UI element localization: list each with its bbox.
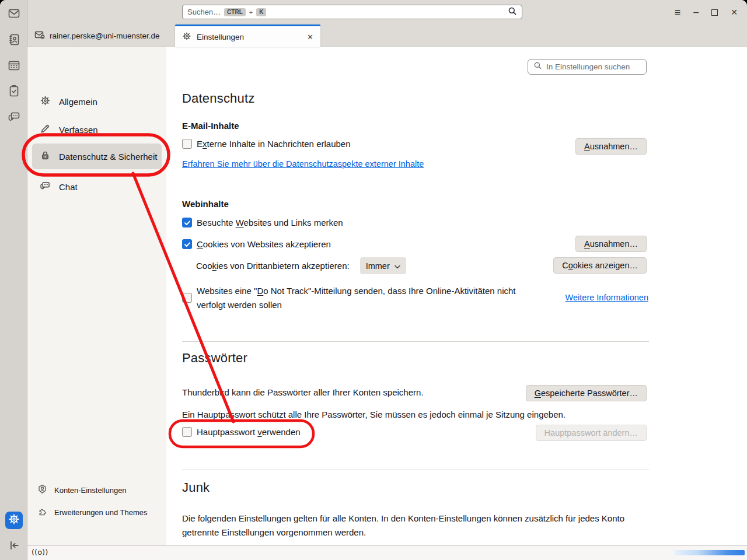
saved-passwords-button[interactable]: Gespeicherte Passwörter… [526, 385, 647, 401]
mail-space-button[interactable] [5, 6, 23, 23]
master-password-info-row: Ein Hauptpasswort schützt alle Ihre Pass… [182, 410, 566, 419]
mail-account-icon [34, 30, 45, 41]
history-checkbox[interactable] [182, 218, 192, 228]
close-tab-icon[interactable]: ✕ [307, 33, 313, 41]
addressbook-space-button[interactable] [5, 32, 23, 50]
window-controls: ≡ – ✕ [675, 0, 738, 24]
section-divider [182, 470, 649, 470]
remote-content-checkbox[interactable] [182, 139, 192, 149]
mail-icon [7, 6, 21, 23]
master-password-checkbox[interactable] [182, 427, 192, 437]
pencil-icon [40, 123, 51, 136]
third-party-cookies-row: Cookies von Drittanbietern akzeptieren: … [196, 257, 406, 274]
chevron-down-icon [395, 261, 400, 271]
calendar-space-button[interactable] [5, 58, 23, 75]
calendar-icon [7, 58, 21, 75]
sidebar-item-konten-einstellungen[interactable]: Konten-Einstellungen [37, 484, 127, 496]
junk-paragraph: Die folgenden Einstellungen gelten für a… [182, 512, 626, 540]
master-password-info-text: Ein Hauptpasswort schützt alle Ihre Pass… [182, 410, 566, 419]
chat-icon [40, 180, 51, 193]
settings-search-placeholder: In Einstellungen suchen [546, 62, 630, 71]
maximize-button[interactable] [711, 9, 718, 16]
remote-content-exceptions-button[interactable]: Ausnahmen… [575, 138, 647, 155]
sidebar-item-datenschutz-sicherheit[interactable]: Datenschutz & Sicherheit [32, 144, 162, 169]
gear-icon [8, 513, 20, 527]
lock-icon [40, 150, 51, 163]
chat-bubbles-icon [7, 110, 21, 126]
chat-space-button[interactable] [5, 109, 23, 127]
change-master-password-button[interactable]: Hauptpasswort ändern… [536, 425, 647, 441]
privacy-title: Datenschutz [182, 91, 255, 106]
sidebar-item-erweiterungen-themes[interactable]: Erweiterungen und Themes [37, 506, 147, 518]
search-icon [533, 61, 542, 72]
collapse-icon [8, 540, 20, 554]
history-row: Besuchte Websites und Links merken [182, 218, 343, 228]
spaces-toolbar [0, 0, 27, 560]
gear-icon [182, 32, 191, 43]
ctrl-key-badge: CTRL [224, 8, 246, 16]
privacy-learn-more-link[interactable]: Erfahren Sie mehr über die Datenschutzas… [182, 159, 424, 169]
settings-search-input[interactable]: In Einstellungen suchen [528, 59, 647, 75]
junk-title: Junk [182, 480, 210, 495]
master-password-label: Hauptpasswort verwenden [197, 427, 301, 437]
passwords-info-text: Thunderbird kann die Passwörter aller Ih… [182, 387, 424, 397]
collapse-spaces-button[interactable] [5, 538, 23, 555]
settings-content: Allgemein Verfassen Datenschutz & Sicher… [27, 47, 747, 545]
history-label: Besuchte Websites und Links merken [197, 218, 343, 228]
status-bar: ((o)) [27, 545, 747, 560]
tab-bar: rainer.perske@uni-muenster.de Einstellun… [27, 24, 747, 47]
sidebar-item-allgemein[interactable]: Allgemein [32, 91, 162, 112]
cookies-exceptions-button[interactable]: Ausnahmen… [575, 236, 647, 252]
settings-space-button[interactable] [5, 512, 23, 529]
radio-status-icon: ((o)) [32, 548, 48, 556]
dnt-more-info-link[interactable]: Weitere Informationen [566, 293, 648, 302]
gear-icon [40, 95, 51, 108]
plus-glyph: + [249, 9, 253, 16]
cookies-checkbox[interactable] [182, 239, 192, 249]
tasks-space-button[interactable] [5, 83, 23, 101]
passwords-title: Passwörter [182, 351, 247, 366]
progress-bar [674, 550, 745, 555]
passwords-info-row: Thunderbird kann die Passwörter aller Ih… [182, 387, 424, 397]
sidebar-item-label: Chat [59, 182, 78, 192]
account-icon [37, 484, 47, 496]
tab-mail-label: rainer.perske@uni-muenster.de [50, 32, 160, 40]
cookies-label: Cookies von Websites akzeptieren [197, 239, 331, 249]
section-divider [182, 341, 649, 342]
dnt-row: Websites eine "Do Not Track"-Mitteilung … [182, 284, 544, 312]
sidebar-footer-label: Erweiterungen und Themes [54, 508, 147, 517]
dnt-checkbox[interactable] [182, 293, 192, 303]
dropdown-value: Immer [366, 261, 390, 271]
email-content-heading: E-Mail-Inhalte [182, 121, 239, 131]
sidebar-item-label: Allgemein [59, 97, 97, 107]
search-icon [508, 6, 517, 18]
unified-toolbar: Suchen… CTRL + K ≡ – ✕ [27, 0, 747, 24]
dnt-label: Websites eine "Do Not Track"-Mitteilung … [197, 284, 544, 312]
settings-main-panel: In Einstellungen suchen Datenschutz E-Ma… [166, 47, 747, 545]
thunderbird-window: Suchen… CTRL + K ≡ – ✕ rainer.perske@uni… [0, 0, 747, 560]
close-window-button[interactable]: ✕ [731, 8, 738, 17]
sidebar-item-label: Verfassen [59, 125, 98, 135]
app-menu-button[interactable]: ≡ [675, 8, 681, 17]
tab-settings[interactable]: Einstellungen ✕ [175, 24, 320, 47]
master-password-row: Hauptpasswort verwenden [182, 427, 301, 437]
web-content-heading: Webinhalte [182, 199, 229, 209]
third-party-cookies-dropdown[interactable]: Immer [360, 257, 406, 274]
tab-settings-label: Einstellungen [197, 33, 244, 41]
sidebar-item-chat[interactable]: Chat [32, 176, 162, 197]
third-party-cookies-label: Cookies von Drittanbietern akzeptieren: [196, 261, 350, 271]
puzzle-icon [37, 506, 47, 518]
cookies-row: Cookies von Websites akzeptieren [182, 239, 331, 249]
remote-content-row: Externe Inhalte in Nachrichten erlauben [182, 139, 351, 149]
sidebar-item-label: Datenschutz & Sicherheit [59, 152, 157, 162]
settings-sidebar: Allgemein Verfassen Datenschutz & Sicher… [27, 47, 166, 545]
sidebar-item-verfassen[interactable]: Verfassen [32, 119, 162, 140]
show-cookies-button[interactable]: Cookies anzeigen… [553, 257, 647, 274]
global-search-placeholder: Suchen… [187, 8, 221, 16]
minimize-button[interactable]: – [693, 8, 699, 17]
global-search-input[interactable]: Suchen… CTRL + K [182, 5, 522, 19]
k-key-badge: K [256, 8, 266, 16]
tab-mail-account[interactable]: rainer.perske@uni-muenster.de [27, 24, 175, 47]
remote-content-label: Externe Inhalte in Nachrichten erlauben [197, 139, 351, 149]
address-book-icon [7, 33, 21, 49]
